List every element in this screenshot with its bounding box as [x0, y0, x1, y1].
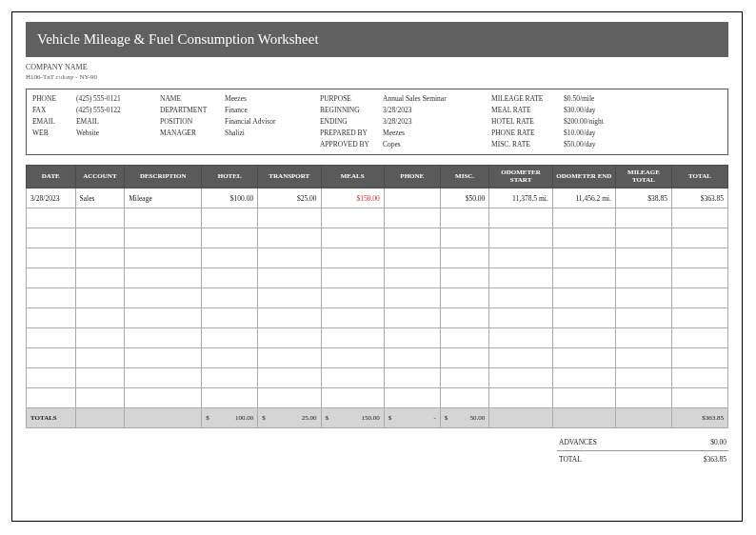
cell-phone[interactable] — [384, 188, 440, 208]
table-row[interactable]: 3/28/2023 Sales Mileage $100.00 $25.00 $… — [27, 188, 728, 208]
table-row[interactable] — [27, 328, 728, 348]
mileage-rate-label: MILEAGE RATE — [491, 93, 564, 105]
hotel-rate-label: HOTEL RATE — [491, 116, 564, 128]
approved-by-value: Copes — [383, 139, 491, 150]
position-value: Financial Advisor — [225, 116, 320, 128]
purpose-label: PURPOSE — [320, 93, 383, 105]
meal-rate-label: MEAL RATE — [491, 105, 564, 116]
col-description: DESCRIPTION — [125, 166, 202, 188]
position-label: POSITION — [160, 116, 225, 128]
dept-value: Finance — [225, 105, 320, 116]
prepared-by-label: PREPARED BY — [320, 128, 383, 139]
hotel-rate-value: $200.00/night — [564, 116, 632, 128]
dept-label: DEPARTMENT — [160, 105, 225, 116]
table-row[interactable] — [27, 368, 728, 388]
fax-label: FAX — [32, 105, 76, 116]
web-label: WEB — [32, 128, 76, 139]
phone-value: (425) 555-0121 — [76, 93, 160, 105]
phone-rate-label: PHONE RATE — [491, 128, 564, 139]
misc-rate-label: MISC. RATE — [491, 139, 564, 150]
email-value: EMAIL — [76, 116, 160, 128]
cell-date[interactable]: 3/28/2023 — [27, 188, 76, 208]
prepared-by-value: Meezes — [383, 128, 491, 139]
cell-misc[interactable]: $50.00 — [440, 188, 489, 208]
company-address: H106-TnT colony - NY-90 — [26, 73, 728, 81]
table-row[interactable] — [27, 268, 728, 288]
cell-odometer-start[interactable]: 11,378.5 mi. — [489, 188, 552, 208]
col-transport: TRANSPORT — [258, 166, 321, 188]
approved-by-label: APPROVED BY — [320, 139, 383, 150]
phone-rate-value: $10.00/day — [564, 128, 632, 139]
table-row[interactable] — [27, 228, 728, 248]
footer-total-label: TOTAL — [559, 455, 582, 464]
purpose-value: Annual Sales Seminar — [383, 93, 491, 105]
beginning-label: BEGINNING — [320, 105, 383, 116]
name-value: Meezes — [225, 93, 320, 105]
ending-label: ENDING — [320, 116, 383, 128]
ending-value: 3/28/2023 — [383, 116, 491, 128]
advances-value: $0.00 — [710, 438, 726, 446]
cell-transport[interactable]: $25.00 — [258, 188, 321, 208]
expense-table: DATE ACCOUNT DESCRIPTION HOTEL TRANSPORT… — [26, 165, 728, 428]
totals-grand: $363.85 — [671, 408, 727, 428]
info-panel: PHONE (425) 555-0121 NAME Meezes PURPOSE… — [26, 89, 728, 155]
advances-label: ADVANCES — [559, 438, 597, 446]
col-total: TOTAL — [671, 166, 727, 188]
table-row[interactable] — [27, 308, 728, 328]
table-row[interactable] — [27, 388, 728, 408]
manager-value: Shalizi — [225, 128, 320, 139]
beginning-value: 3/28/2023 — [383, 105, 491, 116]
col-meals: MEALS — [321, 166, 384, 188]
col-misc: MISC. — [440, 166, 489, 188]
col-odometer-end: ODOMETER END — [552, 166, 615, 188]
totals-label: TOTALS — [27, 408, 76, 428]
table-row[interactable] — [27, 208, 728, 228]
cell-account[interactable]: Sales — [75, 188, 125, 208]
phone-label: PHONE — [32, 93, 76, 105]
name-label: NAME — [160, 93, 225, 105]
footer-total-value: $363.85 — [704, 455, 726, 464]
web-value: Website — [76, 128, 160, 139]
footer-summary: ADVANCES $0.00 TOTAL $363.85 — [26, 434, 728, 467]
col-hotel: HOTEL — [202, 166, 258, 188]
col-account: ACCOUNT — [75, 166, 125, 188]
table-row[interactable] — [27, 248, 728, 268]
mileage-rate-value: $0.50/mile — [564, 93, 632, 105]
page-title: Vehicle Mileage & Fuel Consumption Works… — [26, 22, 728, 57]
meal-rate-value: $30.00/day — [564, 105, 632, 116]
col-phone: PHONE — [384, 166, 440, 188]
table-row[interactable] — [27, 288, 728, 308]
worksheet-page: Vehicle Mileage & Fuel Consumption Works… — [11, 11, 743, 522]
col-mileage-total: MILEAGE TOTAL — [616, 166, 672, 188]
company-name: COMPANY NAME — [26, 63, 728, 71]
cell-mileage-total[interactable]: $38.85 — [616, 188, 672, 208]
table-row[interactable] — [27, 348, 728, 368]
col-odometer-start: ODOMETER START — [489, 166, 552, 188]
cell-total[interactable]: $363.85 — [671, 188, 727, 208]
col-date: DATE — [27, 166, 76, 188]
cell-odometer-end[interactable]: 11,456.2 mi. — [552, 188, 615, 208]
email-label: EMAIL — [32, 116, 76, 128]
cell-hotel[interactable]: $100.00 — [202, 188, 258, 208]
misc-rate-value: $50.00/day — [564, 139, 632, 150]
totals-row: TOTALS $100.00 $25.00 $150.00 $- $50.00 … — [27, 408, 728, 428]
manager-label: MANAGER — [160, 128, 225, 139]
fax-value: (425) 555-0122 — [76, 105, 160, 116]
cell-meals[interactable]: $150.00 — [321, 188, 384, 208]
cell-description[interactable]: Mileage — [125, 188, 202, 208]
